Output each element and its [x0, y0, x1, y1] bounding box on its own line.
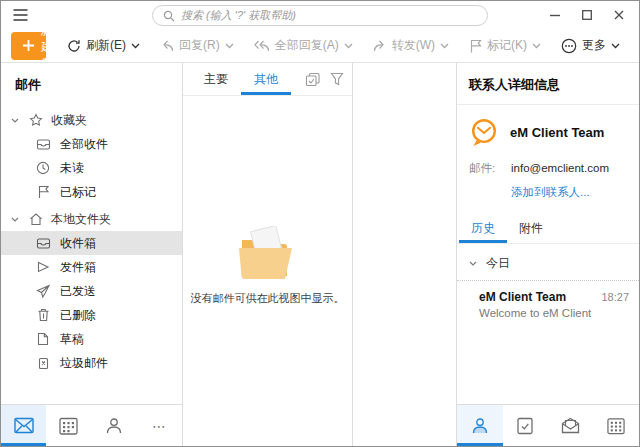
ellipsis-icon: ⋯: [152, 418, 167, 434]
paper-plane-icon: [35, 284, 51, 298]
reply-all-label: 全部回复(A): [275, 37, 339, 54]
sidebar-item-outbox[interactable]: 发件箱: [1, 255, 182, 279]
contact-detail-panel: 联系人详细信息 eM Client Team 邮件: info@emclient…: [457, 63, 639, 446]
reply-all-button[interactable]: 全部回复(A): [247, 37, 360, 54]
forward-button[interactable]: 转发(W): [366, 37, 456, 54]
nav-attachments-grid-tab[interactable]: [594, 405, 640, 446]
forward-label: 转发(W): [392, 37, 435, 54]
tab-history[interactable]: 历史: [459, 214, 507, 243]
tag-button[interactable]: 标记(K): [462, 37, 548, 54]
chevron-down-icon: [469, 261, 477, 266]
tab-primary[interactable]: 主要: [191, 63, 241, 95]
folder-tree: 收藏夹 全部收件 未读 已标记: [1, 105, 182, 404]
sidebar-item-sent[interactable]: 已发送: [1, 279, 182, 303]
detail-nav: [457, 404, 639, 446]
open-envelope-icon: [561, 417, 580, 434]
tab-other[interactable]: 其他: [241, 63, 291, 95]
sidebar-item-inbox[interactable]: 收件箱: [1, 231, 182, 255]
history-item-sender: eM Client Team: [479, 290, 566, 304]
nav-contact-details-tab[interactable]: [457, 405, 503, 446]
calendar-icon: [59, 417, 78, 435]
history-item[interactable]: eM Client Team 18:27 Welcome to eM Clien…: [457, 281, 639, 327]
search-input[interactable]: 搜索 (输入 '?' 获取帮助): [152, 5, 488, 26]
history-group-label: 今日: [486, 255, 510, 272]
group-favorites[interactable]: 收藏夹: [1, 108, 182, 132]
sidebar-item-label: 已标记: [60, 184, 96, 201]
nav-contacts-tab[interactable]: [92, 405, 137, 446]
nav-mail-tab[interactable]: [1, 405, 46, 446]
chevron-down-icon[interactable]: [11, 118, 21, 123]
sidebar-item-label: 未读: [60, 160, 84, 177]
add-to-contacts-link[interactable]: 添加到联系人...: [511, 185, 590, 200]
trash-icon: [35, 308, 51, 322]
sidebar-item-flagged[interactable]: 已标记: [1, 180, 182, 204]
inbox-tray-icon: [35, 137, 51, 151]
tag-label: 标记(K): [487, 37, 527, 54]
email-value: info@emclient.com: [511, 162, 609, 174]
empty-folder-icon: [237, 226, 299, 282]
main-area: 邮件 收藏夹 全部收件 未读: [1, 63, 639, 446]
document-icon: [35, 332, 51, 346]
chevron-down-icon[interactable]: [344, 43, 353, 49]
nav-calendar-tab[interactable]: [46, 405, 91, 446]
email-label: 邮件:: [469, 161, 502, 176]
empty-state-text: 没有邮件可供在此视图中显示。: [191, 291, 345, 306]
sidebar-item-label: 草稿: [60, 331, 84, 348]
sidebar-item-all-inboxes[interactable]: 全部收件: [1, 132, 182, 156]
nav-more-tab[interactable]: ⋯: [137, 405, 182, 446]
maximize-icon[interactable]: [571, 2, 603, 28]
toolbar: 新建(N) 刷新(E) 回复(R): [1, 29, 639, 63]
titlebar: 搜索 (输入 '?' 获取帮助): [1, 1, 639, 29]
sidebar-item-drafts[interactable]: 草稿: [1, 327, 182, 351]
clock-icon: [35, 161, 51, 175]
contact-panel-title: 联系人详细信息: [457, 63, 639, 105]
select-messages-icon[interactable]: [305, 72, 321, 87]
new-message-button[interactable]: 新建(N): [11, 32, 46, 60]
menu-hamburger-icon[interactable]: [13, 9, 28, 21]
sidebar-item-label: 发件箱: [60, 259, 96, 276]
sidebar-item-unread[interactable]: 未读: [1, 156, 182, 180]
reply-button[interactable]: 回复(R): [153, 37, 241, 54]
history-item-subject: Welcome to eM Client: [479, 307, 629, 319]
forward-icon: [373, 39, 387, 52]
history-group-today[interactable]: 今日: [457, 244, 639, 281]
emclient-logo-icon: [469, 117, 499, 148]
sidebar-item-junk[interactable]: 垃圾邮件: [1, 351, 182, 375]
tab-attachments[interactable]: 附件: [507, 214, 555, 243]
close-icon[interactable]: [603, 2, 635, 28]
chevron-down-icon[interactable]: [611, 43, 620, 49]
grid-icon: [607, 417, 625, 435]
reply-label: 回复(R): [179, 37, 220, 54]
empty-state: 没有邮件可供在此视图中显示。: [183, 226, 352, 306]
sidebar-item-label: 收件箱: [60, 235, 96, 252]
module-nav: ⋯: [1, 404, 182, 446]
star-icon: [28, 113, 44, 127]
refresh-label: 刷新(E): [86, 37, 126, 54]
chevron-down-icon[interactable]: [532, 43, 541, 49]
minimize-icon[interactable]: [539, 2, 571, 28]
refresh-button[interactable]: 刷新(E): [60, 37, 147, 54]
sidebar-item-trash[interactable]: 已删除: [1, 303, 182, 327]
sidebar-item-label: 已删除: [60, 307, 96, 324]
more-button[interactable]: 更多: [554, 37, 627, 54]
more-label: 更多: [582, 37, 606, 54]
group-local-folders[interactable]: 本地文件夹: [1, 207, 182, 231]
chevron-down-icon[interactable]: [131, 43, 140, 49]
person-icon: [105, 417, 123, 435]
chevron-down-icon[interactable]: [440, 43, 449, 49]
sidebar-title: 邮件: [1, 63, 182, 105]
message-list-tabs: 主要 其他: [183, 63, 352, 96]
reply-all-icon: [254, 39, 270, 52]
history-item-time: 18:27: [601, 291, 629, 303]
more-ellipsis-icon: [561, 38, 577, 54]
nav-agenda-tab[interactable]: [503, 405, 549, 446]
contact-name: eM Client Team: [510, 125, 604, 140]
chevron-down-icon[interactable]: [225, 43, 234, 49]
nav-mail-history-tab[interactable]: [548, 405, 594, 446]
chevron-down-icon[interactable]: [11, 217, 21, 222]
reply-icon: [160, 39, 174, 52]
flag-icon: [469, 39, 482, 53]
home-icon: [28, 212, 44, 226]
app-window: 搜索 (输入 '?' 获取帮助) 新建(N): [0, 0, 640, 447]
filter-funnel-icon[interactable]: [330, 72, 344, 86]
